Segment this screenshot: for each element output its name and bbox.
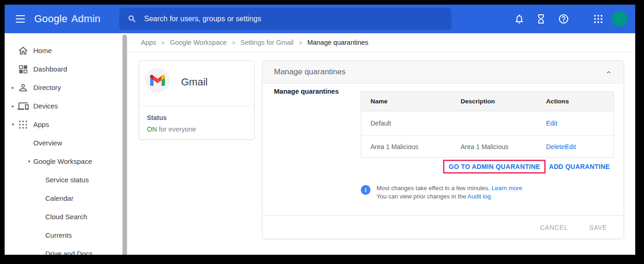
scrollbar-thumb[interactable] xyxy=(122,35,127,255)
sidebar-item-label: Currents xyxy=(45,226,72,245)
info-note: i Most changes take effect in a few minu… xyxy=(361,184,522,200)
gmail-icon xyxy=(150,75,165,86)
sidebar-scrollbar[interactable] xyxy=(122,33,127,255)
home-icon xyxy=(18,45,29,56)
sidebar-item-label: Overview xyxy=(33,134,62,152)
link-separator: - xyxy=(565,136,570,158)
breadcrumb-current: Manage quarantines xyxy=(307,39,368,46)
status-suffix: for everyone xyxy=(159,126,196,133)
quarantine-name: Default xyxy=(371,111,391,135)
delete-link[interactable]: Delete xyxy=(546,143,565,150)
person-icon xyxy=(18,82,29,93)
info-icon: i xyxy=(361,185,371,195)
add-quarantine-button[interactable]: ADD QUARANTINE xyxy=(549,163,610,170)
sidebar-item-calendar[interactable]: Calendar xyxy=(5,189,122,208)
chevron-down-icon[interactable]: ▾ xyxy=(26,152,32,171)
apps-grid-icon xyxy=(18,119,29,130)
sidebar-item-label: Apps xyxy=(33,115,49,134)
edit-link[interactable]: Edit xyxy=(546,120,557,127)
sidebar-item-apps[interactable]: ▾ Apps xyxy=(5,115,122,134)
google-admin-console: Google Admin Search for users, groups or… xyxy=(5,5,635,255)
learn-more-link[interactable]: Learn more xyxy=(492,185,522,192)
panel-title: Manage quarantines xyxy=(274,67,346,77)
save-button[interactable]: SAVE xyxy=(589,224,607,231)
chevron-up-icon[interactable] xyxy=(605,69,612,76)
manage-quarantines-panel: Manage quarantines Manage quarantines Na… xyxy=(262,60,624,239)
breadcrumb-separator: > xyxy=(232,39,236,46)
status-on-badge: ON xyxy=(147,126,157,133)
hamburger-icon xyxy=(16,15,25,16)
column-header-name: Name xyxy=(371,92,388,111)
chevron-right-icon[interactable]: ▸ xyxy=(10,78,16,97)
table-header-row: Name Description Actions xyxy=(361,92,614,111)
breadcrumb-separator: > xyxy=(299,39,303,46)
quarantine-name: Area 1 Malicious xyxy=(371,136,419,158)
quarantines-table: Name Description Actions Default Edit Ar… xyxy=(361,91,614,158)
sidebar-item-label: Directory xyxy=(33,78,61,97)
sidebar-item-google-workspace[interactable]: ▾ Google Workspace xyxy=(5,152,122,171)
panel-header[interactable]: Manage quarantines xyxy=(262,61,624,84)
screenshot-frame: Google Admin Search for users, groups or… xyxy=(0,0,644,264)
sidebar-item-currents[interactable]: Currents xyxy=(5,226,122,245)
notifications-bell-icon[interactable] xyxy=(514,13,525,24)
top-app-bar: Google Admin Search for users, groups or… xyxy=(5,5,635,33)
logo-google-text: Google xyxy=(34,13,67,25)
column-header-actions: Actions xyxy=(546,92,569,111)
gmail-app-card: Gmail Status ON for everyone xyxy=(139,60,255,140)
go-to-admin-quarantine-button[interactable]: GO TO ADMIN QUARANTINE xyxy=(449,163,540,170)
info-line1: Most changes take effect in a few minute… xyxy=(377,185,492,192)
sidebar-item-label: Home xyxy=(33,42,52,60)
search-icon xyxy=(128,14,137,24)
main-menu-button[interactable] xyxy=(15,13,27,25)
apps-grid-icon[interactable] xyxy=(593,13,604,24)
info-text: Most changes take effect in a few minute… xyxy=(377,184,522,200)
dashboard-icon xyxy=(18,64,29,75)
sidebar-item-label: Service status xyxy=(45,171,89,189)
sidebar-item-label: Google Workspace xyxy=(33,152,92,171)
panel-footer: CANCEL SAVE xyxy=(262,215,624,239)
sidebar-item-devices[interactable]: ▸ Devices xyxy=(5,97,122,115)
column-header-description: Description xyxy=(461,92,495,111)
sidebar-item-label: Cloud Search xyxy=(45,208,87,226)
sidebar-item-home[interactable]: Home xyxy=(5,42,122,60)
tasks-hourglass-icon[interactable] xyxy=(535,13,547,24)
gmail-status-section: Status ON for everyone xyxy=(139,106,254,133)
panel-action-buttons: GO TO ADMIN QUARANTINE ADD QUARANTINE xyxy=(443,160,610,174)
status-value: ON for everyone xyxy=(147,126,247,133)
section-label: Manage quarantines xyxy=(274,88,339,95)
breadcrumb: Apps > Google Workspace > Settings for G… xyxy=(127,33,635,52)
audit-log-link[interactable]: Audit log xyxy=(468,193,491,200)
sidebar-item-directory[interactable]: ▸ Directory xyxy=(5,78,122,97)
sidebar-item-dashboard[interactable]: Dashboard xyxy=(5,60,122,78)
app-title: Gmail xyxy=(181,76,207,88)
google-admin-logo[interactable]: Google Admin xyxy=(34,5,101,33)
sidebar-item-label: Devices xyxy=(33,97,58,115)
gmail-card-header: Gmail xyxy=(139,61,254,106)
help-icon[interactable] xyxy=(558,13,569,24)
table-row-default: Default Edit xyxy=(361,111,614,135)
annotation-highlight-box: GO TO ADMIN QUARANTINE xyxy=(443,160,546,174)
sidebar-item-label: Drive and Docs xyxy=(45,245,93,255)
status-label: Status xyxy=(147,114,247,121)
account-avatar[interactable] xyxy=(612,11,627,27)
search-bar[interactable]: Search for users, groups or settings xyxy=(119,8,451,30)
info-line2: You can view prior changes in the xyxy=(377,193,468,200)
logo-admin-text: Admin xyxy=(71,13,100,25)
sidebar-item-drive-and-docs[interactable]: Drive and Docs xyxy=(5,245,122,255)
sidebar-nav: Home Dashboard ▸ Directory ▸ Devices ▾ A… xyxy=(5,33,122,255)
sidebar-item-overview[interactable]: Overview xyxy=(5,134,122,152)
chevron-right-icon[interactable]: ▸ xyxy=(10,97,16,115)
gmail-logo-circle xyxy=(145,68,170,93)
sidebar-item-service-status[interactable]: Service status xyxy=(5,171,122,189)
chevron-down-icon[interactable]: ▾ xyxy=(10,115,16,134)
main-content: Apps > Google Workspace > Settings for G… xyxy=(127,33,635,255)
breadcrumb-google-workspace[interactable]: Google Workspace xyxy=(170,39,227,46)
breadcrumb-separator: > xyxy=(161,39,165,46)
sidebar-item-label: Calendar xyxy=(45,189,73,208)
devices-icon xyxy=(18,101,29,112)
breadcrumb-apps[interactable]: Apps xyxy=(141,39,156,46)
sidebar-item-cloud-search[interactable]: Cloud Search xyxy=(5,208,122,226)
breadcrumb-settings-for-gmail[interactable]: Settings for Gmail xyxy=(240,39,293,46)
cancel-button[interactable]: CANCEL xyxy=(540,224,568,231)
sidebar-item-label: Dashboard xyxy=(33,60,67,78)
